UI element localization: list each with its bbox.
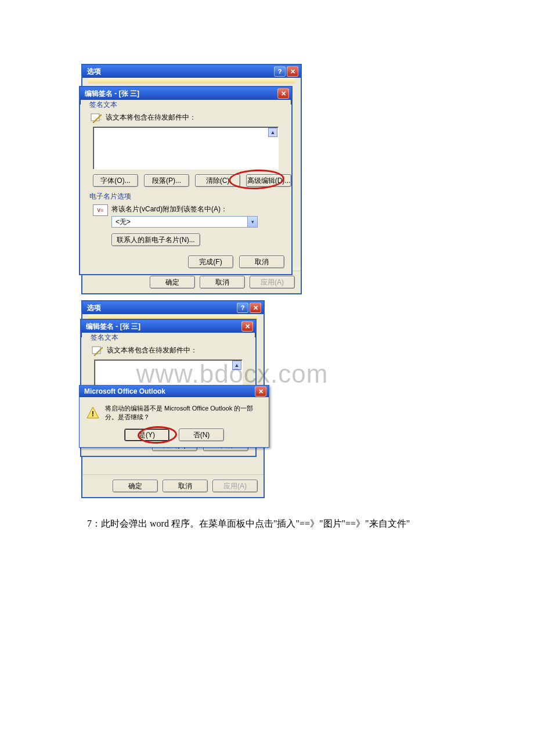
scroll-up-button[interactable]: ▲: [232, 361, 241, 370]
paragraph-button[interactable]: 段落(P)...: [144, 174, 189, 187]
svg-text:!: !: [92, 409, 94, 418]
help-button[interactable]: ?: [237, 303, 248, 313]
signature-inclusion-label: 该文本将包含在待发邮件中：: [106, 113, 196, 123]
close-button[interactable]: ✕: [255, 386, 266, 397]
warning-icon: !: [86, 406, 99, 419]
help-button[interactable]: ?: [274, 66, 286, 77]
msgbox-title: Microsoft Office Outlook: [84, 387, 255, 395]
vcard-legend: 电子名片选项: [88, 192, 132, 201]
apply-button[interactable]: 应用(A): [250, 276, 295, 289]
close-button[interactable]: ✕: [250, 303, 261, 313]
options-tab-hint: [88, 78, 295, 84]
apply-button[interactable]: 应用(A): [212, 480, 258, 492]
cancel-button[interactable]: 取消: [163, 480, 208, 492]
close-button[interactable]: ✕: [241, 321, 253, 332]
dropdown-arrow-icon[interactable]: ▾: [247, 217, 257, 227]
ok-button[interactable]: 确定: [113, 480, 158, 492]
options-title-2: 选项: [87, 303, 237, 313]
signature-text-group: 签名文本 该文本将包含在待发邮件中： ▲: [86, 105, 286, 192]
edit-signature-titlebar: 编辑签名 - [张 三] ✕: [80, 87, 291, 100]
signature-icon: [92, 345, 103, 356]
signature-text-legend-2: 签名文本: [89, 333, 120, 343]
edit-signature-dialog: 编辑签名 - [张 三] ✕ 签名文本: [79, 86, 293, 275]
edit-signature-title: 编辑签名 - [张 三]: [85, 89, 277, 99]
edit-signature-title-2: 编辑签名 - [张 三]: [86, 322, 241, 332]
options-titlebar: 选项 ? ✕: [82, 65, 301, 78]
vcard-icon: V≡: [93, 204, 108, 216]
close-button[interactable]: ✕: [277, 88, 289, 99]
vcard-group: 电子名片选项 V≡ 将该名片(vCard)附加到该签名中(A)： <无> ▾ 联…: [86, 196, 286, 252]
ok-button[interactable]: 确定: [150, 276, 195, 289]
advanced-edit-button[interactable]: 高级编辑(D)...: [246, 174, 291, 187]
vcard-dropdown-value: <无>: [112, 217, 247, 227]
close-button[interactable]: ✕: [287, 66, 298, 77]
msgbox-text: 将启动的编辑器不是 Microsoft Office Outlook 的一部分。…: [105, 404, 262, 422]
step-7-explanation: 7：此时会弹出 word 程序。在菜单面板中点击"插入"==》"图片"==》"来…: [81, 498, 453, 556]
no-button[interactable]: 否(N): [179, 429, 224, 441]
new-vcard-button[interactable]: 联系人的新电子名片(N)...: [111, 233, 200, 246]
options-title: 选项: [87, 67, 274, 77]
signature-textarea[interactable]: ▲: [93, 127, 279, 170]
cancel-button[interactable]: 取消: [239, 255, 284, 268]
font-button[interactable]: 字体(O)...: [93, 174, 138, 187]
options-bottom-bar-2: 确定 取消 应用(A): [82, 474, 264, 497]
scroll-up-button[interactable]: ▲: [268, 128, 277, 137]
cancel-button[interactable]: 取消: [200, 276, 245, 289]
yes-button[interactable]: 是(Y): [124, 429, 169, 441]
options-titlebar-2: 选项 ? ✕: [82, 301, 264, 314]
signature-icon: [91, 113, 102, 123]
vcard-dropdown[interactable]: <无> ▾: [111, 216, 258, 228]
finish-button[interactable]: 完成(F): [188, 255, 233, 268]
signature-inclusion-label-2: 该文本将包含在待发邮件中：: [107, 345, 197, 355]
outlook-message-box: Microsoft Office Outlook ✕ ! 将启动的编辑器不是 M…: [79, 385, 269, 448]
clear-button[interactable]: 清除(C): [195, 174, 240, 187]
vcard-attach-label: 将该名片(vCard)附加到该签名中(A)：: [111, 204, 281, 214]
signature-text-legend: 签名文本: [88, 100, 118, 110]
